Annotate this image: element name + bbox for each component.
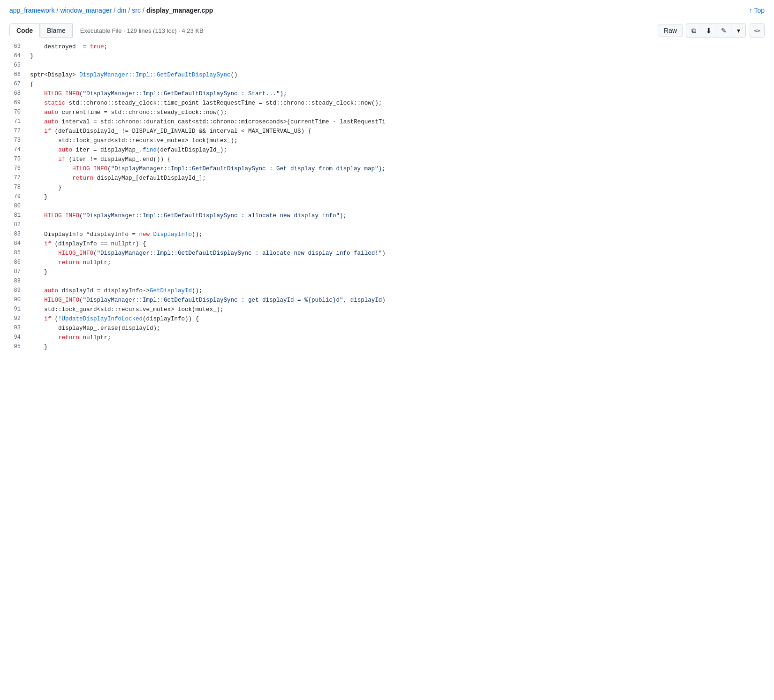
- line-number: 71: [0, 117, 28, 127]
- breadcrumb-link-app-framework[interactable]: app_framework: [9, 7, 55, 14]
- copy-icon: ⧉: [691, 27, 696, 35]
- breadcrumb-link-window-manager[interactable]: window_manager: [60, 7, 112, 14]
- code-token: static: [44, 100, 65, 107]
- code-token: [30, 335, 58, 341]
- code-token: auto: [44, 119, 58, 125]
- line-number: 85: [0, 249, 28, 258]
- toolbar: Code Blame Executable File · 129 lines (…: [0, 19, 774, 42]
- line-number: 92: [0, 314, 28, 324]
- code-token: if: [44, 316, 51, 322]
- code-token: return: [72, 175, 93, 182]
- code-token: [30, 156, 58, 163]
- line-number: 84: [0, 239, 28, 249]
- line-number: 80: [0, 202, 28, 211]
- code-token: true: [90, 44, 104, 50]
- line-code: HILOG_INFO("DisplayManager::Impl::GetDef…: [28, 249, 774, 258]
- code-token: UpdateDisplayInfoLocked: [62, 316, 143, 322]
- line-code: {: [28, 80, 774, 89]
- line-number: 65: [0, 61, 28, 70]
- breadcrumb-sep-4: /: [143, 7, 144, 14]
- top-link[interactable]: ↑ Top: [749, 7, 765, 14]
- breadcrumb-link-src[interactable]: src: [132, 7, 141, 14]
- code-token: nullptr;: [79, 259, 111, 266]
- table-row: 77 return displayMap_[defaultDisplayId_]…: [0, 174, 774, 183]
- more-button[interactable]: ▾: [731, 23, 746, 38]
- table-row: 90 HILOG_INFO("DisplayManager::Impl::Get…: [0, 296, 774, 305]
- line-code: auto currentTime = std::chrono::steady_c…: [28, 108, 774, 117]
- code-token: currentTime = std::chrono::steady_clock:…: [58, 109, 227, 116]
- top-arrow-icon: ↑: [749, 7, 752, 14]
- code-token: return: [58, 335, 79, 341]
- table-row: 65: [0, 61, 774, 70]
- tab-code[interactable]: Code: [9, 23, 40, 38]
- code-token: ("DisplayManager::Impl::GetDefaultDispla…: [107, 166, 386, 172]
- table-row: 69 static std::chrono::steady_clock::tim…: [0, 99, 774, 108]
- table-row: 94 return nullptr;: [0, 333, 774, 342]
- code-token: [30, 147, 58, 153]
- code-token: [30, 128, 44, 135]
- table-row: 63 destroyed_ = true;: [0, 42, 774, 52]
- code-token: ();: [192, 288, 203, 294]
- table-row: 64}: [0, 52, 774, 61]
- symbols-button[interactable]: <>: [750, 23, 765, 38]
- breadcrumb-link-dm[interactable]: dm: [117, 7, 126, 14]
- code-token: }: [30, 53, 34, 60]
- line-code: destroyed_ = true;: [28, 42, 774, 52]
- code-token: ("DisplayManager::Impl::GetDefaultDispla…: [79, 213, 347, 219]
- code-token: std::chrono::steady_clock::time_point la…: [65, 100, 382, 107]
- raw-button[interactable]: Raw: [658, 24, 683, 37]
- code-token: [30, 241, 44, 247]
- code-token: (defaultDisplayId_ != DISPLAY_ID_INVALID…: [51, 128, 311, 135]
- code-token: nullptr;: [79, 335, 111, 341]
- top-bar: app_framework / window_manager / dm / sr…: [0, 0, 774, 19]
- code-token: ;: [104, 44, 108, 50]
- table-row: 86 return nullptr;: [0, 258, 774, 267]
- line-number: 81: [0, 211, 28, 221]
- tab-blame[interactable]: Blame: [40, 23, 73, 38]
- line-code: }: [28, 183, 774, 192]
- line-number: 66: [0, 70, 28, 80]
- line-number: 90: [0, 296, 28, 305]
- table-row: 93 displayMap_.erase(displayId);: [0, 324, 774, 333]
- table-row: 80: [0, 202, 774, 211]
- line-code: auto interval = std::chrono::duration_ca…: [28, 117, 774, 127]
- table-row: 84 if (displayInfo == nullptr) {: [0, 239, 774, 249]
- code-token: new: [139, 231, 150, 238]
- code-token: [30, 91, 44, 97]
- table-row: 71 auto interval = std::chrono::duration…: [0, 117, 774, 127]
- table-row: 82: [0, 221, 774, 230]
- code-token: ("DisplayManager::Impl::GetDefaultDispla…: [79, 91, 287, 97]
- code-token: [30, 166, 72, 172]
- line-code: return nullptr;: [28, 258, 774, 267]
- code-token: HILOG_INFO: [44, 297, 79, 304]
- copy-button[interactable]: ⧉: [686, 23, 701, 38]
- line-code: if (iter != displayMap_.end()) {: [28, 155, 774, 164]
- code-token: [30, 250, 58, 257]
- edit-button[interactable]: ✎: [716, 23, 731, 38]
- line-number: 76: [0, 164, 28, 174]
- line-number: 70: [0, 108, 28, 117]
- code-token: auto: [44, 288, 58, 294]
- code-token: [30, 100, 44, 107]
- line-code: }: [28, 192, 774, 202]
- code-token: return: [58, 259, 79, 266]
- code-token: ("DisplayManager::Impl::GetDefaultDispla…: [79, 297, 386, 304]
- table-row: 70 auto currentTime = std::chrono::stead…: [0, 108, 774, 117]
- line-code: sptr<Display> DisplayManager::Impl::GetD…: [28, 70, 774, 80]
- line-number: 95: [0, 342, 28, 352]
- code-token: sptr<Display>: [30, 72, 79, 78]
- line-number: 79: [0, 192, 28, 202]
- table-row: 92 if (!UpdateDisplayInfoLocked(displayI…: [0, 314, 774, 324]
- code-token: (displayInfo)) {: [143, 316, 199, 322]
- line-code: [28, 221, 774, 230]
- line-number: 88: [0, 277, 28, 286]
- code-token: find: [143, 147, 157, 153]
- download-button[interactable]: ⬇: [701, 23, 716, 38]
- table-row: 67{: [0, 80, 774, 89]
- table-row: 76 HILOG_INFO("DisplayManager::Impl::Get…: [0, 164, 774, 174]
- code-token: [30, 175, 72, 182]
- line-number: 64: [0, 52, 28, 61]
- code-token: }: [30, 194, 48, 200]
- code-token: GetDisplayId: [150, 288, 192, 294]
- line-code: }: [28, 52, 774, 61]
